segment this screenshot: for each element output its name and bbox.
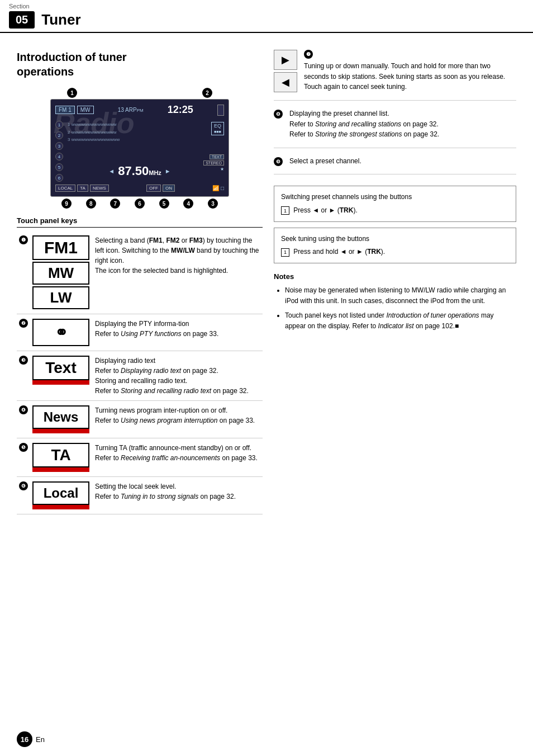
- section-label: Section: [9, 3, 30, 10]
- right-item-7: ▶ ◀ ❼ Tuning up or down manually. Touch …: [274, 50, 516, 101]
- key-desc-3: Displaying radio text Refer to Displayin…: [92, 351, 263, 401]
- arrow-up-btn[interactable]: ▶: [274, 50, 297, 70]
- page-num-circle: 16: [17, 731, 32, 747]
- item-desc-7: Tuning up or down manually. Touch and ho…: [304, 61, 516, 92]
- key-desc-6: Setting the local seek level. Refer to T…: [92, 477, 263, 514]
- key-number-5: ❺: [19, 443, 28, 452]
- notes-item-1: Noise may be generated when listening to…: [285, 285, 516, 306]
- key-number-4: ❹: [19, 405, 28, 414]
- arrow-down-btn[interactable]: ◀: [274, 72, 297, 92]
- key-desc-5: Turning TA (traffic announce-ment standb…: [92, 438, 263, 477]
- key-box-fm1[interactable]: FM1: [32, 235, 89, 260]
- notes-title: Notes: [274, 272, 516, 281]
- key-row-2: ❷ ⚭ Displaying the PTY informa-tion Refe…: [17, 314, 263, 351]
- info-box-seek-step: 1 Press and hold ◄ or ► (TRK).: [281, 247, 509, 257]
- key-box-text-bar: [32, 380, 89, 385]
- annotation-5-bot: 5: [159, 199, 169, 209]
- annotation-7-bot: 7: [110, 199, 120, 209]
- key-box-pty[interactable]: ⚭: [32, 319, 89, 346]
- page-lang: En: [36, 735, 45, 744]
- key-row-3: ❸ Text Displaying radio text Refer to Di…: [17, 351, 263, 401]
- notes-section: Notes Noise may be generated when listen…: [274, 272, 516, 331]
- key-desc-2: Displaying the PTY informa-tion Refer to…: [92, 314, 263, 351]
- key-desc-4: Turning news program inter-ruption on or…: [92, 401, 263, 438]
- annotation-8-bot: 8: [86, 199, 96, 209]
- key-box-text[interactable]: Text: [32, 356, 89, 380]
- key-number-3: ❸: [19, 356, 28, 365]
- key-box-ta[interactable]: TA: [32, 443, 89, 467]
- item-num-7: ❼: [304, 50, 516, 59]
- section-number: 05: [9, 11, 35, 29]
- key-box-local[interactable]: Local: [32, 481, 89, 505]
- key-box-ta-bar: [32, 467, 89, 472]
- key-number-6: ❻: [19, 481, 28, 490]
- annotation-1-top: 1: [67, 88, 77, 98]
- section-heading: Introduction of tuner operations: [17, 50, 263, 79]
- key-box-news-bar: [32, 429, 89, 433]
- notes-list: Noise may be generated when listening to…: [274, 285, 516, 331]
- item-desc-8: Displaying the preset channel list. Refe…: [289, 108, 439, 140]
- info-box-switching-step: 1 Press ◄ or ► (TRK).: [281, 205, 509, 216]
- info-box-switching-title: Switching preset channels using the butt…: [281, 192, 509, 202]
- item-desc-9: Select a preset channel.: [289, 156, 361, 167]
- key-desc-1: Selecting a band (FM1, FM2 or FM3) by to…: [92, 231, 263, 314]
- key-row-5: ❺ TA Turning TA (traffic announce-ment s…: [17, 438, 263, 477]
- key-box-local-bar: [32, 505, 89, 509]
- info-box-switching: Switching preset channels using the butt…: [274, 186, 516, 221]
- annotation-4-bot: 4: [183, 199, 193, 209]
- key-row-4: ❹ News Turning news program inter-ruptio…: [17, 401, 263, 438]
- key-box-mw[interactable]: MW: [32, 262, 89, 285]
- page-title: Tuner: [41, 11, 80, 29]
- key-number-2: ❷: [19, 319, 28, 328]
- radio-display: Radio FM 1 MW 13 ARPPM 12:25 1: [50, 99, 229, 197]
- annotation-9-bot: 9: [61, 199, 72, 209]
- annotation-3-bot: 3: [208, 199, 218, 209]
- keys-table: ❶ FM1 MW LW Selecting a band (FM1, FM2 o…: [17, 231, 263, 514]
- key-number-1: ❶: [19, 235, 28, 244]
- info-box-seek: Seek tuning using the buttons 1 Press an…: [274, 228, 516, 263]
- key-row-1: ❶ FM1 MW LW Selecting a band (FM1, FM2 o…: [17, 231, 263, 314]
- right-item-8: ❽ Displaying the preset channel list. Re…: [274, 108, 516, 148]
- notes-item-2: Touch panel keys not listed under Introd…: [285, 310, 516, 331]
- key-box-news[interactable]: News: [32, 405, 89, 429]
- annotation-2-top: 2: [202, 88, 212, 98]
- page-number: 16 En: [17, 731, 45, 747]
- item-num-8: ❽: [274, 110, 283, 119]
- item-num-9: ❾: [274, 157, 283, 166]
- right-item-9: ❾ Select a preset channel.: [274, 156, 516, 175]
- touch-panel-keys-label: Touch panel keys: [17, 216, 263, 228]
- annotation-6-bot: 6: [135, 199, 145, 209]
- key-box-lw[interactable]: LW: [32, 286, 89, 309]
- info-box-seek-title: Seek tuning using the buttons: [281, 234, 509, 244]
- key-row-6: ❻ Local Setting the local seek level. Re…: [17, 477, 263, 514]
